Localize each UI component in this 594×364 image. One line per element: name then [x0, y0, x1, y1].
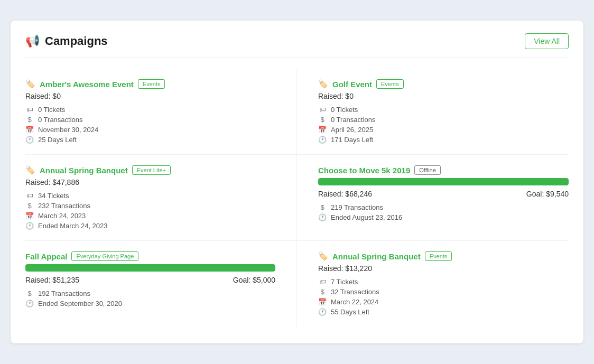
goal-amount: Goal: $9,540: [526, 190, 569, 198]
transactions-meta: $0 Transactions: [318, 116, 569, 124]
time-status-meta-icon: 🕐: [318, 213, 327, 221]
transactions-meta-text: 0 Transactions: [38, 116, 83, 124]
tickets-meta-icon: 🏷: [318, 278, 327, 286]
transactions-meta-text: 192 Transactions: [38, 290, 90, 297]
meta-list: 🏷0 Tickets$0 Transactions📅November 30, 2…: [25, 106, 275, 144]
campaign-badge: Events: [376, 79, 404, 89]
campaign-name-row: 🏷️Golf EventEvents: [318, 79, 569, 89]
time-status-meta-text: 55 Days Left: [331, 308, 369, 316]
campaign-badge: Event Lite+: [132, 165, 171, 175]
campaign-badge: Events: [138, 79, 165, 89]
date-meta-text: March 24, 2023: [38, 212, 86, 220]
campaigns-grid: 🏷️Amber's Awesome EventEventsRaised: $0🏷…: [25, 69, 569, 326]
time-status-meta: 🕐Ended March 24, 2023: [25, 222, 275, 230]
transactions-meta-text: 0 Transactions: [331, 116, 376, 124]
tickets-meta: 🏷7 Tickets: [318, 278, 569, 286]
time-status-meta-text: 171 Days Left: [331, 136, 373, 144]
transactions-meta: $232 Transactions: [25, 202, 275, 210]
meta-list: 🏷0 Tickets$0 Transactions📅April 26, 2025…: [318, 106, 569, 144]
campaign-name[interactable]: Annual Spring Banquet: [332, 252, 421, 261]
campaign-name-row: 🏷️Amber's Awesome EventEvents: [25, 79, 275, 89]
header-left: 📢 Campaigns: [25, 34, 108, 48]
tickets-meta: 🏷0 Tickets: [318, 106, 569, 114]
time-status-meta: 🕐25 Days Left: [25, 136, 275, 144]
date-meta: 📅March 22, 2024: [318, 298, 569, 306]
meta-list: 🏷34 Tickets$232 Transactions📅March 24, 2…: [25, 192, 275, 230]
time-status-meta-icon: 🕐: [25, 222, 34, 230]
card-header: 📢 Campaigns View All: [25, 33, 569, 58]
transactions-meta: $32 Transactions: [318, 288, 569, 296]
view-all-button[interactable]: View All: [525, 33, 569, 49]
raised-text: Raised: $47,886: [25, 178, 275, 186]
campaign-name[interactable]: Annual Spring Banquet: [40, 166, 128, 175]
time-status-meta-icon: 🕐: [25, 136, 34, 144]
time-status-meta-text: Ended August 23, 2016: [331, 213, 402, 221]
progress-bar-fill: [25, 264, 275, 272]
date-meta-icon: 📅: [25, 212, 34, 220]
time-status-meta-icon: 🕐: [318, 136, 327, 144]
time-status-meta-icon: 🕐: [318, 308, 327, 316]
transactions-meta-icon: $: [25, 116, 34, 124]
raised-text: Raised: $0: [25, 92, 275, 100]
date-meta: 📅November 30, 2024: [25, 126, 275, 134]
time-status-meta-icon: 🕐: [25, 300, 34, 307]
transactions-meta-text: 232 Transactions: [38, 202, 90, 210]
time-status-meta-text: Ended September 30, 2020: [38, 300, 122, 307]
tickets-meta-text: 34 Tickets: [38, 192, 69, 200]
campaign-name[interactable]: Amber's Awesome Event: [40, 80, 134, 89]
campaign-name-row: 🏷️Annual Spring BanquetEvents: [318, 251, 569, 261]
meta-list: 🏷7 Tickets$32 Transactions📅March 22, 202…: [318, 278, 569, 316]
transactions-meta: $219 Transactions: [318, 203, 569, 211]
time-status-meta: 🕐55 Days Left: [318, 308, 569, 316]
campaign-name-row: Choose to Move 5k 2019Offline: [318, 165, 569, 175]
date-meta-icon: 📅: [318, 298, 327, 306]
progress-bar-wrap: [25, 264, 275, 272]
transactions-meta-icon: $: [25, 202, 34, 210]
tickets-meta-text: 0 Tickets: [331, 106, 358, 114]
leaf-icon: 🏷️: [318, 79, 328, 89]
campaign-name[interactable]: Golf Event: [332, 80, 372, 89]
campaign-item: Fall AppealEveryday Giving PageRaised: $…: [25, 241, 297, 326]
campaign-name[interactable]: Fall Appeal: [25, 252, 67, 261]
time-status-meta-text: 25 Days Left: [38, 136, 77, 144]
goal-amount: Goal: $5,000: [233, 276, 275, 284]
tickets-meta-icon: 🏷: [318, 106, 327, 114]
raised-text: Raised: $0: [318, 92, 569, 100]
date-meta: 📅March 24, 2023: [25, 212, 275, 220]
date-meta-text: November 30, 2024: [38, 126, 98, 134]
campaign-item: 🏷️Amber's Awesome EventEventsRaised: $0🏷…: [25, 69, 297, 155]
transactions-meta-text: 32 Transactions: [331, 288, 379, 296]
meta-list: $219 Transactions🕐Ended August 23, 2016: [318, 203, 569, 221]
transactions-meta-text: 219 Transactions: [331, 203, 383, 211]
campaign-badge: Offline: [414, 165, 441, 175]
raised-text: Raised: $13,220: [318, 264, 569, 273]
progress-bar-fill: [318, 178, 569, 185]
megaphone-icon: 📢: [25, 34, 40, 48]
raised-goal-row: Raised: $68,246Goal: $9,540: [318, 190, 569, 198]
meta-list: $192 Transactions🕐Ended September 30, 20…: [25, 290, 275, 307]
date-meta: 📅April 26, 2025: [318, 126, 569, 134]
time-status-meta: 🕐171 Days Left: [318, 136, 569, 144]
time-status-meta: 🕐Ended August 23, 2016: [318, 213, 569, 221]
tickets-meta: 🏷34 Tickets: [25, 192, 275, 200]
tickets-meta-text: 0 Tickets: [38, 106, 65, 114]
campaign-item: Choose to Move 5k 2019OfflineRaised: $68…: [297, 155, 569, 241]
raised-goal-row: Raised: $51,235Goal: $5,000: [25, 276, 275, 284]
transactions-meta: $0 Transactions: [25, 116, 275, 124]
campaign-badge: Events: [425, 251, 452, 261]
time-status-meta-text: Ended March 24, 2023: [38, 222, 108, 230]
campaign-name[interactable]: Choose to Move 5k 2019: [318, 166, 410, 175]
date-meta-icon: 📅: [318, 126, 327, 134]
campaign-badge: Everyday Giving Page: [71, 251, 138, 261]
date-meta-text: April 26, 2025: [331, 126, 373, 134]
date-meta-text: March 22, 2024: [331, 298, 378, 306]
transactions-meta-icon: $: [318, 288, 327, 296]
campaigns-card: 📢 Campaigns View All 🏷️Amber's Awesome E…: [11, 21, 583, 343]
transactions-meta-icon: $: [25, 290, 34, 297]
date-meta-icon: 📅: [25, 126, 34, 134]
campaign-item: 🏷️Annual Spring BanquetEventsRaised: $13…: [297, 241, 569, 326]
page-title: Campaigns: [45, 34, 108, 48]
raised-amount: Raised: $51,235: [25, 276, 79, 284]
leaf-icon: 🏷️: [25, 79, 35, 89]
campaign-item: 🏷️Golf EventEventsRaised: $0🏷0 Tickets$0…: [297, 69, 569, 155]
